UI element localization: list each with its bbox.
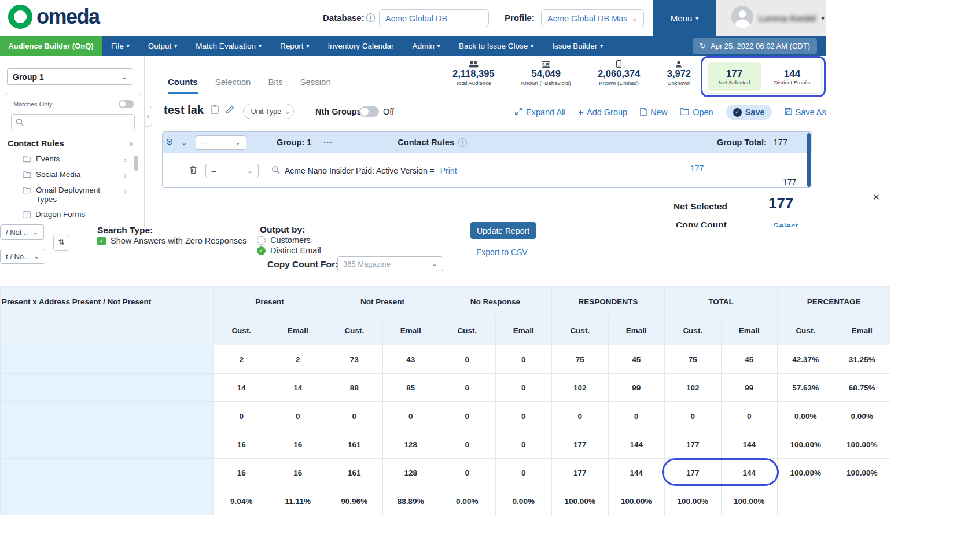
update-report-button[interactable]: Update Report <box>470 222 536 239</box>
table-cell: 99 <box>721 374 778 402</box>
customers-radio[interactable] <box>257 236 266 245</box>
folder-icon <box>23 186 31 196</box>
group-panel-scrollbar[interactable] <box>807 133 811 187</box>
device-icon <box>598 60 640 68</box>
nav-item-issue-builder[interactable]: Issue Builder▾ <box>552 42 603 50</box>
group-options-icon[interactable]: ⋯ <box>323 137 333 148</box>
sidebar-collapse-handle[interactable]: › <box>145 106 152 127</box>
sub-column-header: Cust. <box>439 316 496 345</box>
database-info-icon[interactable]: i <box>366 13 375 22</box>
chevron-right-icon: › <box>147 112 149 120</box>
table-row: 00000000000.00%0.00% <box>1 402 890 430</box>
tab-audience-builder[interactable]: Audience Builder (OnQ) <box>0 36 102 56</box>
table-cell: 88 <box>326 374 383 402</box>
rule-count[interactable]: 177 <box>690 164 704 173</box>
zero-responses-checkbox[interactable]: ✓ <box>97 237 106 245</box>
table-cell: 144 <box>721 430 778 459</box>
group-operator-select[interactable]: -- ⌄ <box>196 135 246 150</box>
search-type-label: Search Type: <box>97 225 153 235</box>
tab-counts[interactable]: Counts <box>168 77 198 94</box>
caret-down-icon: ▾ <box>259 43 262 49</box>
folder-open-icon <box>680 108 689 117</box>
table-cell: 0 <box>495 459 552 487</box>
sort-button[interactable] <box>53 235 69 251</box>
table-cell: 0 <box>608 402 665 430</box>
unit-type-select[interactable]: - Unit Type ⌄ <box>243 104 294 119</box>
table-cell: 11.11% <box>270 487 326 515</box>
rule-value-link[interactable]: Print <box>440 166 457 175</box>
left-filter-select-2[interactable]: t / No... ⌄ <box>0 249 45 264</box>
nav-item-back-to-issue-close[interactable]: Back to Issue Close▾ <box>459 42 533 50</box>
save-as-button[interactable]: Save As <box>785 108 826 117</box>
collapse-group-icon[interactable]: ⌄ <box>181 138 187 147</box>
copy-count-for-select[interactable]: 365 Magazine ⌄ <box>337 256 443 271</box>
copy-icon[interactable] <box>211 105 219 116</box>
add-group-button[interactable]: + Add Group <box>579 108 628 117</box>
sidebar-item-omail-deployment-types[interactable]: Omail Deployment Types› <box>5 183 141 207</box>
sidebar-item-contact-rules[interactable]: Contact Rules › <box>5 138 141 149</box>
sidebar-item-dragon-forms[interactable]: Dragon Forms <box>5 207 141 223</box>
logo-text: omeda <box>36 5 100 29</box>
table-cell: 100.00% <box>665 487 722 515</box>
nth-groups-toggle[interactable] <box>359 106 379 117</box>
row-label-cell <box>1 459 214 487</box>
nth-groups-state: Off <box>383 107 394 116</box>
user-menu[interactable]: Lorena Kwidd ▾ <box>716 0 826 36</box>
nav-item-inventory-calendar[interactable]: Inventory Calendar <box>328 42 394 50</box>
info-icon[interactable]: i <box>458 138 467 147</box>
trash-icon[interactable] <box>189 165 197 176</box>
nav-item-match-evaluation[interactable]: Match Evaluation▾ <box>196 42 262 50</box>
matches-only-label: Matches Only <box>13 101 52 108</box>
expand-all-button[interactable]: Expand All <box>515 108 566 117</box>
column-group-header: Present <box>214 287 326 316</box>
save-button[interactable]: ✓ Save <box>726 105 772 120</box>
table-cell: 16 <box>270 459 326 487</box>
omeda-logo-icon <box>8 5 32 29</box>
sidebar-tree: Events›Social Media›Omail Deployment Typ… <box>5 152 141 227</box>
menu-button[interactable]: Menu ▾ <box>653 0 716 36</box>
open-button[interactable]: Open <box>680 108 713 117</box>
nav-item-report[interactable]: Report▾ <box>280 42 310 50</box>
profile-select[interactable]: Acme Global DB Maste ⌄ <box>541 9 644 27</box>
close-icon[interactable]: ✕ <box>873 192 880 202</box>
nav-item-output[interactable]: Output▾ <box>148 42 178 50</box>
caret-down-icon: ▾ <box>695 15 698 21</box>
caret-down-icon: ▾ <box>174 43 177 49</box>
nav-item-admin[interactable]: Admin▾ <box>413 42 440 50</box>
report-table: Present x Address Present / Not PresentP… <box>0 286 890 515</box>
sub-column-header: Cust. <box>665 316 722 345</box>
stat-known-behaviors-: 54,049Known (+Behaviors) <box>521 60 571 86</box>
export-csv-link[interactable]: Export to CSV <box>476 248 528 257</box>
matches-only-toggle[interactable] <box>119 100 134 108</box>
rule-search-icon[interactable] <box>271 165 280 176</box>
tabs: CountsSelectionBitsSession <box>168 77 331 94</box>
left-filter-select-1[interactable]: / Not ... ⌄ <box>0 224 44 240</box>
edit-icon[interactable] <box>226 105 235 116</box>
distinct-email-radio[interactable]: ✓ <box>257 246 266 255</box>
new-button[interactable]: New <box>640 108 667 117</box>
table-cell: 0 <box>270 402 326 430</box>
row-label-header <box>1 316 214 345</box>
stat-known-limited-: 2,060,374Known (Limited) <box>598 60 640 86</box>
tab-bits[interactable]: Bits <box>268 77 282 94</box>
nav-item-file[interactable]: File▾ <box>111 42 130 50</box>
database-field[interactable]: Acme Global DB <box>379 9 489 27</box>
table-cell: 102 <box>665 374 722 402</box>
search-input[interactable] <box>11 114 135 130</box>
session-timestamp[interactable]: ↻ Apr 25, 2022 06:02 AM (CDT) <box>693 38 817 54</box>
rule-operator-select[interactable]: -- ⌄ <box>205 164 259 178</box>
sidebar-scrollbar[interactable] <box>134 156 138 171</box>
sidebar-panel: Matches Only Contact Rules › Events›Soci… <box>5 93 141 227</box>
table-cell: 128 <box>382 459 439 487</box>
sidebar-item-events[interactable]: Events› <box>5 152 141 167</box>
target-icon[interactable] <box>166 137 173 148</box>
tab-selection[interactable]: Selection <box>215 77 251 94</box>
tab-session[interactable]: Session <box>300 77 330 94</box>
sidebar-item-social-media[interactable]: Social Media› <box>5 167 141 183</box>
output-option-customers: Customers <box>257 235 311 245</box>
copy-count-select-link[interactable]: Select <box>773 221 798 227</box>
zero-responses-row: ✓ Show Answers with Zero Responses <box>97 236 246 245</box>
group-select[interactable]: Group 1 ⌄ <box>7 68 133 85</box>
document-icon <box>640 108 647 117</box>
user-name: Lorena Kwidd <box>759 13 816 23</box>
